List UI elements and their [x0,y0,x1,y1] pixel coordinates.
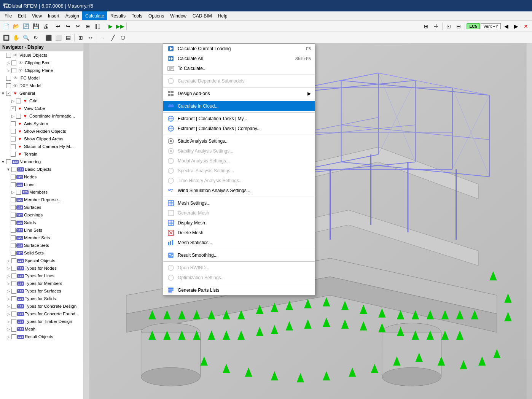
nav-result-objects[interactable]: ▷ 123 Result Objects [0,333,83,340]
tb2-view1[interactable]: ⬛ [44,33,53,42]
nav-exp-types-solids[interactable]: ▷ [6,296,11,301]
nav-general[interactable]: ▼ ♥ General [0,89,83,97]
nav-checkbox-ifc[interactable] [6,76,11,81]
tb-select-all[interactable]: ⊕ [83,22,92,31]
nav-checkbox-result[interactable] [11,334,16,339]
tb-next-lc[interactable]: ▶ [511,22,521,31]
nav-checkbox-numbering[interactable] [6,159,11,164]
menu-mesh-statistics[interactable]: Mesh Statistics... [163,238,315,248]
nav-exp-basic[interactable]: ▼ [6,167,11,172]
nav-checkbox-dxf[interactable] [6,83,11,88]
tb-close-lc[interactable]: ✕ [521,22,530,31]
nav-checkbox-general[interactable] [6,91,11,96]
nav-checkbox-types-lines[interactable] [11,273,16,278]
nav-checkbox-surface-sets[interactable] [11,243,16,248]
nav-checkbox-camera[interactable] [11,144,16,149]
nav-types-lines[interactable]: ▷ 123 Types for Lines [0,272,83,280]
nav-terrain[interactable]: ♥ Terrain [0,150,83,158]
nav-checkbox-basic[interactable] [11,167,16,172]
nav-basic-objects[interactable]: ▼ 123 Basic Objects [0,165,83,173]
nav-view-cube[interactable]: ♥ View Cube [0,105,83,112]
nav-checkbox-terrain[interactable] [11,152,16,157]
tb2-zoom[interactable]: 🔍 [21,33,30,42]
menu-extranet-company[interactable]: Extranet | Calculation Tasks | Company..… [163,124,315,134]
menu-insert[interactable]: Insert [45,11,62,20]
nav-exp-numbering[interactable]: ▼ [1,159,5,164]
nav-types-surfaces[interactable]: ▷ 123 Types for Surfaces [0,287,83,295]
tb-view-mode[interactable]: ⊞ [422,22,431,31]
menu-delete-mesh[interactable]: Delete Mesh [163,228,315,238]
nav-checkbox-solid-sets[interactable] [11,251,16,256]
nav-types-members[interactable]: ▷ 123 Types for Members [0,280,83,287]
nav-checkbox-types-members[interactable] [11,281,16,286]
nav-checkbox-coord[interactable] [16,114,21,119]
nav-types-nodes[interactable]: ▷ 123 Types for Nodes [0,264,83,272]
nav-exp-types-timber[interactable]: ▷ [6,319,11,324]
tb-icon1[interactable]: ⊡ [444,22,453,31]
nav-checkbox-solids[interactable] [11,220,16,225]
nav-checkbox-clipping-plane[interactable] [11,68,16,73]
nav-exp-types-lines[interactable]: ▷ [6,273,11,278]
tb2-view3[interactable]: ▤ [64,33,73,42]
menu-wind-simulation[interactable]: Wind Simulation Analysis Settings... [163,186,315,196]
menu-calculate-all[interactable]: Calculate All Shift+F5 [163,54,315,64]
nav-exp-special[interactable]: ▷ [6,258,11,263]
menu-help[interactable]: Help [215,11,231,20]
menu-results[interactable]: Results [107,11,129,20]
nav-types-concrete[interactable]: ▷ 123 Types for Concrete Design [0,302,83,310]
tb2-dim[interactable]: ↔ [86,33,95,42]
nav-member-repr[interactable]: 123 Member Represe... [0,196,83,203]
nav-checkbox-member-sets[interactable] [11,235,16,240]
menu-edit[interactable]: Edit [15,11,29,20]
nav-solids[interactable]: 123 Solids [0,219,83,226]
menu-extranet-my[interactable]: Extranet | Calculation Tasks | My... [163,114,315,124]
nav-checkbox-types-solids[interactable] [11,296,16,301]
nav-ifc-model[interactable]: 👁 IFC Model [0,74,83,82]
nav-checkbox-clipping-box[interactable] [11,60,16,65]
tb-run[interactable]: ▶ [106,22,115,31]
nav-checkbox-clipped[interactable] [11,137,16,141]
tb-icon2[interactable]: ⊟ [454,22,463,31]
tb-print[interactable]: 🖨 [41,22,50,31]
nav-checkbox-types-concrete[interactable] [11,304,16,309]
nav-checkbox-types-timber[interactable] [11,319,16,324]
nav-special-objects[interactable]: ▷ 123 Special Objects [0,257,83,264]
nav-surfaces[interactable]: 123 Surfaces [0,203,83,211]
menu-to-calculate[interactable]: To Calculate... [163,64,315,73]
nav-clipping-plane[interactable]: ▷ 👁 Clipping Plane [0,67,83,74]
tb2-view2[interactable]: ⬜ [54,33,63,42]
nav-checkbox-types-concrete-found[interactable] [11,312,16,316]
nav-checkbox-lines[interactable] [11,182,16,187]
nav-coord-info[interactable]: ▷ ♥ Coordinate Informatio... [0,112,83,120]
nav-dxf-model[interactable]: 👁 DXF Model [0,82,83,89]
nav-show-clipped[interactable]: ♥ Show Clipped Areas [0,135,83,143]
tb2-rotate[interactable]: ↻ [31,33,40,42]
menu-generate-parts[interactable]: Generate Parts Lists [163,285,315,295]
tb-open[interactable]: 📂 [11,22,21,31]
menu-calc-cloud[interactable]: Calculate in Cloud... [163,101,315,111]
menu-result-smoothing[interactable]: Result Smoothing... [163,250,315,260]
nav-openings[interactable]: 123 Openings [0,211,83,219]
nav-exp-clipping-box[interactable]: ▷ [6,60,11,65]
nav-clipping-box[interactable]: ▷ 👁 Clipping Box [0,59,83,67]
nav-checkbox-member-repr[interactable] [11,197,16,202]
nav-grid[interactable]: ▷ ♥ Grid [0,97,83,105]
tb2-surf[interactable]: ⬡ [118,33,127,42]
tb-undo[interactable]: ↩ [54,22,63,31]
nav-checkbox-line-sets[interactable] [11,228,16,233]
nav-checkbox-hidden[interactable] [11,129,16,134]
nav-lines[interactable]: 123 Lines [0,181,83,188]
menu-assign[interactable]: Assign [62,11,82,20]
nav-types-solids[interactable]: ▷ 123 Types for Solids [0,295,83,302]
nav-exp-general[interactable]: ▼ [1,91,5,95]
nav-surface-sets[interactable]: 123 Surface Sets [0,242,83,249]
tb-members[interactable]: ⟦⟧ [93,22,102,31]
tb-cursor[interactable]: ✛ [432,22,441,31]
nav-exp-types-nodes[interactable]: ▷ [6,266,11,270]
nav-checkbox-axis[interactable] [11,121,16,126]
nav-exp-types-concrete[interactable]: ▷ [6,304,11,308]
menu-window[interactable]: Window [167,11,190,20]
nav-checkbox-viewcube[interactable] [11,106,16,111]
tb-prev-lc[interactable]: ◀ [502,22,511,31]
nav-types-concrete-found[interactable]: ▷ 123 Types for Concrete Foundation Desi… [0,310,83,318]
